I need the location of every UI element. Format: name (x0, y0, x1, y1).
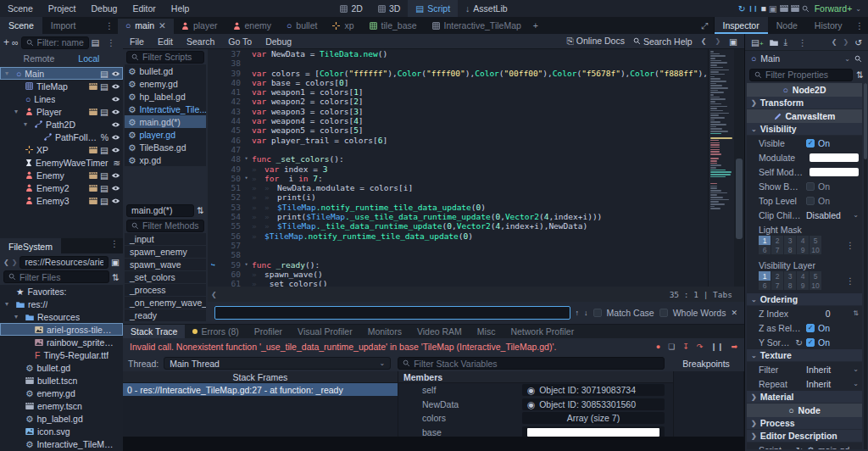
find-prev-icon[interactable]: ↑ (576, 309, 580, 317)
inspector-section-ordering[interactable]: ⌄Ordering (747, 293, 862, 306)
scene-tab-bullet[interactable]: ○bullet (279, 17, 325, 34)
inspector-menu-icon[interactable]: ⋮ (851, 20, 868, 31)
method-list-item[interactable]: spawn_wave (125, 259, 206, 271)
back-button[interactable]: ❮ (3, 259, 9, 266)
step-over-button[interactable]: ↷ (697, 342, 704, 351)
group-badge-icon[interactable] (89, 83, 97, 90)
layer-menu-icon[interactable]: ⋮ (842, 276, 860, 286)
checkbox[interactable]: ✓ (806, 139, 815, 148)
history-back-icon[interactable]: ❮ (832, 38, 837, 46)
group-badge-icon[interactable] (89, 109, 97, 115)
scene-tab-xp[interactable]: xp (325, 17, 361, 34)
script-list-item[interactable]: ⚙bullet.gd (125, 64, 206, 77)
filter-stack-variables-input[interactable]: Filter Stack Variables (398, 357, 665, 370)
close-icon[interactable]: ✕ (159, 20, 166, 31)
sort-icon[interactable]: ⇅ (856, 70, 864, 80)
inspector-section-texture[interactable]: ⌄Texture (747, 349, 862, 362)
method-list-item[interactable]: spawn_enemy (125, 246, 206, 259)
menu-help[interactable]: Help (164, 3, 198, 14)
toggle-split-icon[interactable]: ▣ (111, 257, 120, 267)
script-menu-search[interactable]: Search (180, 36, 221, 47)
scene-menu-icon[interactable]: ⋮ (103, 37, 120, 47)
forward-button[interactable]: ❯ (12, 259, 18, 266)
scene-tab-enemy[interactable]: enemy (225, 17, 280, 34)
layer-cell[interactable]: 9 (797, 245, 809, 254)
script-menu-file[interactable]: File (123, 36, 151, 47)
member-row[interactable]: base (398, 426, 673, 437)
menu-debug[interactable]: Debug (83, 3, 125, 14)
chain-icon[interactable]: ∞ (12, 37, 19, 47)
scene-tab-player[interactable]: player (174, 17, 225, 34)
method-list-item[interactable]: _on_enemy_wave_t... (125, 297, 206, 309)
checkbox[interactable] (806, 182, 815, 191)
continue-button[interactable]: ➡ (731, 342, 737, 351)
filter-properties-input[interactable]: Filter Properties (749, 69, 853, 81)
script-menu-go-to[interactable]: Go To (221, 36, 259, 47)
scene-node-item-enemy3[interactable]: Enemy3▤ (0, 194, 123, 207)
method-list-item[interactable]: _process (125, 284, 206, 297)
debugger-tab-visual-profiler[interactable]: Visual Profiler (290, 325, 360, 338)
scene-node-item-enemy2[interactable]: Enemy2▤ (0, 181, 123, 194)
visibility-eye-icon[interactable] (111, 134, 120, 141)
layer-cell[interactable]: 2 (771, 236, 783, 245)
layer-cell[interactable]: 8 (784, 245, 796, 254)
file-item-ariel-gross-tilemap-jpg[interactable]: ariel-gross-tilemap.jpg (0, 323, 123, 336)
scene-node-item-enemy[interactable]: Enemy▤ (0, 169, 123, 181)
layer-cell[interactable]: 4 (797, 271, 809, 281)
scene-filter-input[interactable]: Filter: name, t:t (21, 36, 89, 49)
layer-cell[interactable]: 1 (759, 236, 771, 245)
expand-editor-icon[interactable]: ⤢ (701, 20, 713, 31)
dock-tab-scene[interactable]: Scene (0, 17, 42, 34)
clap-icon[interactable] (791, 5, 799, 12)
method-list-item[interactable]: _set_colors (125, 271, 206, 284)
filesystem-tab[interactable]: FileSystem (0, 238, 61, 255)
scene-tab-Interactive_TileMap[interactable]: Interactive_TileMap (425, 17, 529, 34)
inspector-section-material[interactable]: ❯Material (747, 391, 862, 404)
file-item-enemy-tscn[interactable]: enemy.tscn (0, 399, 123, 412)
debugger-tab-errors-8-[interactable]: Errors (8) (185, 325, 246, 338)
dropdown[interactable]: Inherit⌄ (806, 379, 859, 389)
method-list-item[interactable]: _input (125, 233, 206, 246)
new-scene-tab-button[interactable]: + (529, 20, 542, 31)
float-icon[interactable]: ▣ (769, 3, 777, 14)
path-box[interactable]: res://Resources/ariel-gross- (19, 256, 108, 269)
pause-debug-button[interactable]: ❙❙ (710, 342, 723, 351)
save-resource-icon[interactable]: ⤓ (784, 36, 788, 47)
unique-name-icon[interactable]: % (101, 132, 108, 142)
layer-cell[interactable]: 5 (810, 271, 821, 281)
resource-menu-icon[interactable]: ⋮ (793, 37, 811, 47)
code-horizontal-scrollbar[interactable]: ❮35 : 1 | Tabs (208, 287, 744, 302)
visibility-eye-icon[interactable] (111, 70, 120, 77)
script-badge-icon[interactable]: ▤ (100, 196, 108, 206)
mag-icon[interactable] (802, 5, 810, 13)
group-badge-icon[interactable] (89, 172, 97, 179)
debugger-tab-video-ram[interactable]: Video RAM (409, 325, 470, 338)
code-minimap[interactable] (708, 49, 734, 287)
pause-icon[interactable]: ❙❙ (748, 5, 759, 12)
switch-3d[interactable]: 3D (370, 3, 408, 14)
group-badge-icon[interactable] (89, 185, 97, 192)
current-script-box[interactable]: main.gd(*) (126, 204, 194, 217)
layer-cell[interactable]: 5 (810, 236, 821, 245)
dropdown[interactable]: Disabled⌄ (806, 210, 859, 220)
file-item-hp_label-gd[interactable]: ⚙hp_label.gd (0, 412, 123, 425)
file-item-bullet-tscn[interactable]: bullet.tscn (0, 374, 123, 387)
inspector-section-process[interactable]: ❯Process (747, 417, 862, 430)
switch-assetlib[interactable]: ↓AssetLib (458, 3, 515, 14)
visibility-eye-icon[interactable] (111, 96, 120, 103)
filter-methods-input[interactable]: Filter Methods (126, 220, 204, 232)
remote-tab[interactable]: Remote (24, 53, 55, 64)
switch-2d[interactable]: 2D (332, 3, 370, 14)
inspector-tab-inspector[interactable]: Inspector (715, 17, 768, 34)
dock-menu-icon[interactable]: ⋮ (100, 20, 118, 31)
filesystem-menu-icon[interactable]: ⋮ (106, 238, 124, 253)
script-badge-icon[interactable]: ▤ (100, 81, 108, 92)
sort-icon[interactable]: ⇅ (197, 205, 204, 215)
layer-cell[interactable]: 10 (810, 245, 821, 254)
renderer-select[interactable]: Forward+⌄ (810, 3, 868, 14)
script-badge-icon[interactable]: ▤ (100, 170, 108, 181)
switch-script[interactable]: ▤Script (408, 0, 458, 17)
member-row[interactable]: NewData◉Object ID: 30853301560 (398, 398, 673, 412)
revert-icon[interactable]: ↻ (795, 337, 803, 348)
mag-icon[interactable] (854, 55, 862, 63)
